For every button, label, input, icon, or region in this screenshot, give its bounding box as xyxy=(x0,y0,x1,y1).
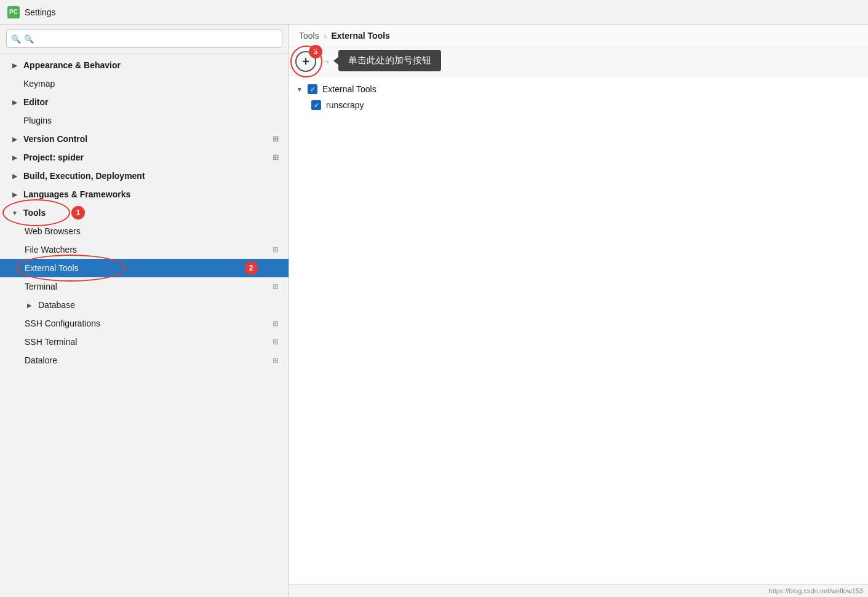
sidebar-item-label-ssh-config: SSH Configurations xyxy=(25,318,273,328)
tooltip-text: 单击此处的加号按钮 xyxy=(348,55,431,65)
sidebar-item-label-external-tools: External Tools xyxy=(25,263,279,273)
window-title: Settings xyxy=(25,7,56,17)
sidebar-item-datalore[interactable]: Datalore ⊞ xyxy=(0,351,289,370)
sidebar-item-label-project: Project: spider xyxy=(23,152,273,162)
tooltip-box: 单击此处的加号按钮 xyxy=(338,50,441,71)
tree-item-label-runscrapy: runscrapy xyxy=(326,100,364,110)
sidebar-item-label-version-control: Version Control xyxy=(23,134,273,144)
sidebar-item-editor[interactable]: ▶ Editor xyxy=(0,93,289,111)
tree-group-arrow: ▼ xyxy=(297,86,305,93)
expand-arrow-plugins xyxy=(10,116,20,125)
url-text: https://blog.csdn.net/weflow153 xyxy=(769,587,863,595)
expand-arrow-tools: ▼ xyxy=(10,208,20,218)
sidebar-icon-project: ⊞ xyxy=(273,153,279,162)
tree-item-runscrapy[interactable]: ✓ runscrapy xyxy=(289,97,868,113)
app-icon: PC xyxy=(7,6,20,18)
tree-group-label: External Tools xyxy=(322,84,376,94)
sidebar-item-label-web-browsers: Web Browsers xyxy=(25,226,279,236)
sidebar-item-languages[interactable]: ▶ Languages & Frameworks xyxy=(0,185,289,204)
step-badge-3: 3 xyxy=(309,45,322,58)
sidebar-item-project-spider[interactable]: ▶ Project: spider ⊞ xyxy=(0,148,289,167)
sidebar-item-version-control[interactable]: ▶ Version Control ⊞ xyxy=(0,130,289,148)
expand-arrow-editor: ▶ xyxy=(10,97,20,107)
sidebar-item-label-build: Build, Execution, Deployment xyxy=(23,171,279,181)
sidebar-item-label-languages: Languages & Frameworks xyxy=(23,189,279,199)
breadcrumb-bar: Tools › External Tools xyxy=(289,25,868,47)
expand-arrow-version-control: ▶ xyxy=(10,134,20,144)
tooltip-arrow xyxy=(333,57,339,65)
search-container: 🔍 xyxy=(6,30,282,48)
plus-icon: + xyxy=(302,55,309,69)
sidebar-item-label-ssh-terminal: SSH Terminal xyxy=(25,337,273,347)
sidebar: 🔍 ▶ Appearance & Behavior Keymap xyxy=(0,25,289,597)
sidebar-item-terminal[interactable]: Terminal ⊞ xyxy=(0,277,289,296)
sidebar-item-label-terminal: Terminal xyxy=(25,282,273,291)
sidebar-item-label-file-watchers: File Watchers xyxy=(25,245,273,255)
search-input[interactable] xyxy=(6,30,282,48)
sidebar-item-label-keymap: Keymap xyxy=(23,79,279,89)
toolbar-arrow-icon: → xyxy=(321,56,331,67)
sidebar-icon-datalore: ⊞ xyxy=(273,356,279,365)
sidebar-icon-ssh-terminal: ⊞ xyxy=(273,338,279,346)
sidebar-icon-ssh-config: ⊞ xyxy=(273,319,279,328)
step-badge-2: 2 xyxy=(244,261,258,275)
sidebar-icon-file-watchers: ⊞ xyxy=(273,245,279,254)
tree-checkbox-runscrapy[interactable]: ✓ xyxy=(311,100,321,110)
sidebar-icon-terminal: ⊞ xyxy=(273,282,279,291)
expand-arrow-build: ▶ xyxy=(10,171,20,181)
sidebar-item-keymap[interactable]: Keymap xyxy=(0,74,289,93)
sidebar-item-file-watchers[interactable]: File Watchers ⊞ xyxy=(0,240,289,259)
sidebar-item-plugins[interactable]: Plugins xyxy=(0,111,289,130)
toolbar: + 3 → 单击此处的加号按钮 xyxy=(289,47,868,76)
nav-list: ▶ Appearance & Behavior Keymap ▶ Editor … xyxy=(0,53,289,597)
tree-checkbox-external-tools[interactable]: ✓ xyxy=(308,84,317,94)
breadcrumb-parent: Tools xyxy=(299,31,319,41)
sidebar-item-build[interactable]: ▶ Build, Execution, Deployment xyxy=(0,167,289,185)
expand-arrow-appearance: ▶ xyxy=(10,60,20,70)
right-panel: Tools › External Tools + 3 → xyxy=(289,25,868,597)
sidebar-item-label-tools: Tools xyxy=(23,208,279,218)
sidebar-item-tools[interactable]: ▼ Tools xyxy=(0,204,289,222)
sidebar-item-ssh-terminal[interactable]: SSH Terminal ⊞ xyxy=(0,333,289,351)
search-wrapper: 🔍 xyxy=(0,25,289,53)
step-badge-1: 1 xyxy=(71,206,85,219)
sidebar-item-database[interactable]: ▶ Database xyxy=(0,296,289,314)
tree-group-external-tools[interactable]: ▼ ✓ External Tools xyxy=(289,81,868,97)
sidebar-item-label-database: Database xyxy=(38,300,279,310)
tools-item-wrapper: ▼ Tools 1 xyxy=(0,204,289,222)
breadcrumb-separator: › xyxy=(322,32,329,41)
breadcrumb-current: External Tools xyxy=(331,31,389,41)
main-content: 🔍 ▶ Appearance & Behavior Keymap xyxy=(0,25,868,597)
settings-window: PC Settings 🔍 ▶ Appearance & Behavior xyxy=(0,0,868,597)
sidebar-item-label-appearance: Appearance & Behavior xyxy=(23,60,279,70)
expand-arrow-keymap xyxy=(10,79,20,89)
sidebar-item-label-datalore: Datalore xyxy=(25,355,273,365)
expand-arrow-project: ▶ xyxy=(10,152,20,162)
sidebar-item-ssh-config[interactable]: SSH Configurations ⊞ xyxy=(0,314,289,333)
url-bar: https://blog.csdn.net/weflow153 xyxy=(289,584,868,597)
sidebar-item-label-plugins: Plugins xyxy=(23,116,279,125)
sidebar-item-appearance[interactable]: ▶ Appearance & Behavior xyxy=(0,56,289,74)
expand-arrow-database: ▶ xyxy=(25,300,34,310)
add-button-wrapper: + 3 xyxy=(295,51,316,72)
expand-arrow-languages: ▶ xyxy=(10,189,20,199)
tree-area: ▼ ✓ External Tools ✓ runscrapy xyxy=(289,76,868,584)
sidebar-item-web-browsers[interactable]: Web Browsers xyxy=(0,222,289,240)
sidebar-icon-version-control: ⊞ xyxy=(273,135,279,143)
external-tools-wrapper: External Tools 2 xyxy=(0,259,289,277)
sidebar-item-label-editor: Editor xyxy=(23,97,279,107)
title-bar: PC Settings xyxy=(0,0,868,25)
